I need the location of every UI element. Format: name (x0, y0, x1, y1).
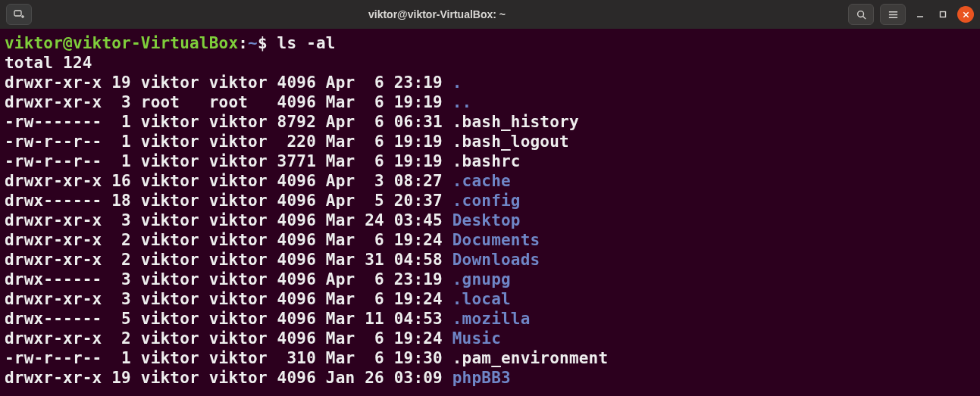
file-name: .local (452, 290, 511, 308)
file-name: Music (452, 329, 501, 348)
list-row: drwxr-xr-x 2 viktor viktor 4096 Mar 6 19… (5, 329, 452, 348)
new-tab-button[interactable] (6, 4, 32, 25)
svg-point-3 (857, 11, 863, 17)
prompt-command: ls -al (277, 34, 336, 52)
list-row: -rw-r--r-- 1 viktor viktor 3771 Mar 6 19… (5, 152, 452, 170)
file-name: .mozilla (452, 310, 531, 328)
list-row: drwxr-xr-x 3 viktor viktor 4096 Mar 6 19… (5, 290, 452, 308)
close-button[interactable] (957, 6, 974, 23)
prompt-userhost: viktor@viktor-VirtualBox (5, 34, 238, 52)
file-name: .bash_history (452, 113, 579, 131)
list-row: drwxr-xr-x 3 root root 4096 Mar 6 19:19 (5, 93, 452, 111)
file-name: Documents (452, 231, 540, 249)
hamburger-icon (888, 9, 899, 20)
prompt-path: ~ (248, 34, 258, 52)
total-line: total 124 (5, 54, 92, 72)
file-name: .bashrc (452, 152, 521, 170)
file-name: .. (452, 93, 472, 111)
list-row: drwxr-xr-x 2 viktor viktor 4096 Mar 31 0… (5, 251, 452, 269)
file-name: .cache (452, 172, 511, 190)
close-icon (962, 11, 970, 19)
file-name: Downloads (452, 251, 540, 269)
svg-rect-0 (14, 11, 21, 16)
window-title: viktor@viktor-VirtualBox: ~ (67, 8, 807, 20)
list-row: drwx------ 5 viktor viktor 4096 Mar 11 0… (5, 310, 452, 328)
file-name: .pam_environment (452, 349, 609, 367)
terminal-output[interactable]: viktor@viktor-VirtualBox:~$ ls -al total… (0, 29, 980, 388)
file-name: . (452, 73, 462, 92)
file-name: phpBB3 (452, 369, 511, 387)
file-name: .gnupg (452, 270, 511, 288)
maximize-icon (938, 10, 947, 19)
file-name: Desktop (452, 211, 521, 229)
menu-button[interactable] (880, 4, 906, 25)
list-row: drwxr-xr-x 16 viktor viktor 4096 Apr 3 0… (5, 172, 452, 190)
prompt-dollar: $ (258, 34, 277, 52)
list-row: drwxr-xr-x 19 viktor viktor 4096 Jan 26 … (5, 369, 452, 387)
minimize-icon (916, 10, 925, 19)
file-name: .config (452, 192, 521, 210)
file-name: .bash_logout (452, 133, 569, 151)
list-row: drwxr-xr-x 3 viktor viktor 4096 Mar 24 0… (5, 211, 452, 229)
search-icon (856, 9, 867, 20)
list-row: drwx------ 3 viktor viktor 4096 Apr 6 23… (5, 270, 452, 288)
list-row: -rw------- 1 viktor viktor 8792 Apr 6 06… (5, 113, 452, 131)
list-row: drwx------ 18 viktor viktor 4096 Apr 5 2… (5, 192, 452, 210)
search-button[interactable] (848, 4, 874, 25)
listing-rows: drwxr-xr-x 19 viktor viktor 4096 Apr 6 2… (5, 73, 975, 388)
titlebar-right (807, 4, 974, 25)
svg-rect-9 (941, 12, 946, 17)
maximize-button[interactable] (935, 6, 951, 23)
list-row: drwxr-xr-x 19 viktor viktor 4096 Apr 6 2… (5, 73, 452, 92)
new-tab-icon (13, 8, 25, 20)
titlebar-left (6, 4, 67, 25)
titlebar: viktor@viktor-VirtualBox: ~ (0, 0, 980, 29)
list-row: -rw-r--r-- 1 viktor viktor 310 Mar 6 19:… (5, 349, 452, 367)
list-row: drwxr-xr-x 2 viktor viktor 4096 Mar 6 19… (5, 231, 452, 249)
prompt-colon: : (238, 34, 248, 52)
svg-line-4 (863, 16, 866, 19)
list-row: -rw-r--r-- 1 viktor viktor 220 Mar 6 19:… (5, 133, 452, 151)
minimize-button[interactable] (912, 6, 928, 23)
